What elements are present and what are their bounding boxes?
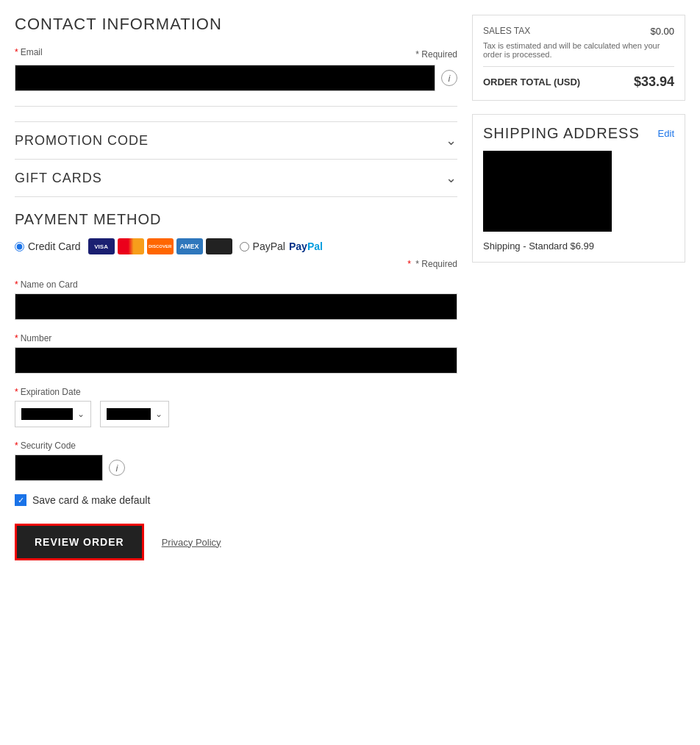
save-card-row: ✓ Save card & make default	[15, 494, 457, 506]
left-column: CONTACT INFORMATION *Email * Required i …	[15, 15, 457, 560]
save-card-label[interactable]: Save card & make default	[32, 494, 150, 506]
promotion-code-label: PROMOTION CODE	[15, 133, 149, 149]
payment-section: PAYMENT METHOD Credit Card VISA DISCOVER…	[15, 211, 457, 560]
order-total-value: $33.94	[634, 74, 674, 90]
promotion-code-section: PROMOTION CODE ⌄	[15, 121, 457, 160]
save-card-checkbox[interactable]: ✓	[15, 494, 26, 506]
security-code-label: *Security Code	[15, 441, 457, 451]
discover-icon: DISCOVER	[147, 238, 174, 254]
expiration-date-field: *Expiration Date ⌄ ⌄	[15, 387, 457, 427]
email-label: *Email	[15, 47, 43, 57]
security-code-input[interactable]	[15, 455, 103, 481]
card-icons-group: VISA DISCOVER AMEX	[88, 238, 232, 254]
contact-section: CONTACT INFORMATION *Email * Required i	[15, 15, 457, 91]
gift-cards-toggle[interactable]: GIFT CARDS ⌄	[15, 160, 457, 196]
expiry-month-chevron: ⌄	[77, 409, 85, 419]
payment-methods-row: Credit Card VISA DISCOVER AMEX PayPal Pa…	[15, 238, 457, 254]
expiry-year-select[interactable]: ⌄	[100, 401, 169, 427]
security-code-row: i	[15, 455, 457, 481]
credit-card-radio-group: Credit Card	[15, 240, 81, 252]
order-total-row: ORDER TOTAL (USD) $33.94	[483, 66, 674, 90]
credit-card-radio[interactable]	[15, 242, 24, 252]
gift-cards-chevron-icon: ⌄	[446, 170, 457, 186]
expiry-year-chevron: ⌄	[155, 409, 162, 419]
paypal-radio[interactable]	[240, 242, 249, 252]
payment-title: PAYMENT METHOD	[15, 211, 457, 228]
visa-icon: VISA	[88, 238, 115, 254]
right-column: SALES TAX $0.00 Tax is estimated and wil…	[472, 15, 685, 560]
gift-cards-label: GIFT CARDS	[15, 171, 102, 186]
name-on-card-field: *Name on Card	[15, 279, 457, 320]
sales-tax-label: SALES TAX	[483, 26, 530, 37]
review-order-button[interactable]: REVIEW ORDER	[15, 524, 144, 560]
expiry-row: ⌄ ⌄	[15, 401, 457, 427]
paypal-radio-group: PayPal PayPal	[240, 240, 323, 252]
credit-card-label[interactable]: Credit Card	[28, 240, 81, 252]
promotion-code-toggle[interactable]: PROMOTION CODE ⌄	[15, 122, 457, 159]
card-number-field: *Number	[15, 333, 457, 374]
promotion-chevron-icon: ⌄	[446, 132, 457, 149]
paypal-logo: PayPal	[289, 240, 323, 252]
contact-title: CONTACT INFORMATION	[15, 15, 457, 34]
security-code-field: *Security Code i	[15, 441, 457, 481]
card-number-label: *Number	[15, 333, 457, 343]
order-summary-box: SALES TAX $0.00 Tax is estimated and wil…	[472, 15, 685, 101]
required-label: * Required	[415, 49, 457, 60]
shipping-address-box: SHIPPING ADDRESS Edit Shipping - Standar…	[472, 114, 685, 263]
other-card-icon	[206, 238, 232, 254]
section-divider-1	[15, 106, 457, 107]
bottom-actions-row: REVIEW ORDER Privacy Policy	[15, 524, 457, 560]
mastercard-icon	[118, 238, 144, 254]
name-on-card-label: *Name on Card	[15, 279, 457, 290]
expiry-year-value	[107, 408, 151, 420]
payment-required-note: * * Required	[15, 259, 457, 269]
card-number-input[interactable]	[15, 347, 457, 374]
email-field-wrapper: i	[15, 65, 457, 91]
name-on-card-input[interactable]	[15, 293, 457, 320]
expiration-date-label: *Expiration Date	[15, 387, 457, 397]
sales-tax-value: $0.00	[650, 26, 674, 37]
security-info-icon[interactable]: i	[109, 460, 125, 476]
amex-icon: AMEX	[176, 238, 203, 254]
sales-tax-row: SALES TAX $0.00	[483, 26, 674, 37]
shipping-header: SHIPPING ADDRESS Edit	[483, 125, 674, 142]
expiry-month-value	[21, 408, 73, 420]
shipping-title: SHIPPING ADDRESS	[483, 125, 640, 142]
gift-cards-section: GIFT CARDS ⌄	[15, 159, 457, 197]
tax-note: Tax is estimated and will be calculated …	[483, 41, 674, 59]
privacy-policy-link[interactable]: Privacy Policy	[162, 537, 221, 548]
shipping-rate: Shipping - Standard $6.99	[483, 240, 674, 252]
expiry-month-select[interactable]: ⌄	[15, 401, 91, 427]
email-info-icon[interactable]: i	[441, 70, 457, 86]
order-total-label: ORDER TOTAL (USD)	[483, 76, 580, 88]
edit-shipping-link[interactable]: Edit	[658, 128, 674, 139]
address-image	[483, 151, 612, 232]
email-input[interactable]	[15, 65, 435, 91]
paypal-label[interactable]: PayPal	[253, 240, 285, 252]
